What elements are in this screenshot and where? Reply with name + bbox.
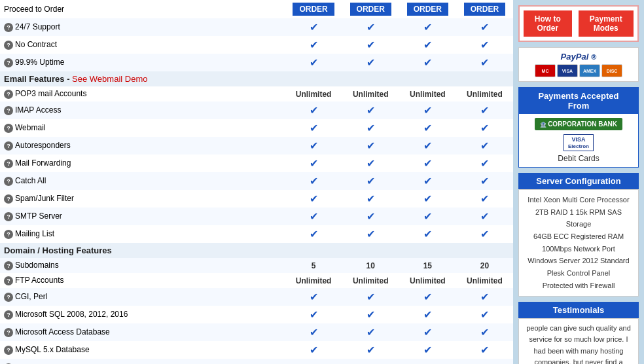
info-icon[interactable]: ?	[4, 194, 13, 204]
unlimited-value: Unlimited	[296, 276, 332, 285]
imap-row: ?IMAP Access ✔ ✔ ✔ ✔	[0, 101, 513, 119]
check-icon: ✔	[310, 22, 318, 33]
info-icon[interactable]: ?	[4, 328, 13, 337]
unlimited-value: Unlimited	[467, 276, 503, 285]
info-icon[interactable]: ?	[4, 346, 13, 355]
info-icon[interactable]: ?	[4, 177, 13, 186]
spec-5: Windows Server 2012 Standard	[523, 255, 634, 267]
support-label: 24/7 Support	[15, 22, 60, 31]
unlimited-value: Unlimited	[296, 90, 332, 99]
mysql-row: ?MySQL 5.x Database ✔ ✔ ✔ ✔	[0, 341, 513, 359]
order-row: Proceed to Order ORDER ORDER ORDER ORDER	[0, 0, 513, 18]
order-button-3[interactable]: ORDER	[407, 3, 448, 16]
sub-value-1: 5	[312, 261, 316, 270]
check-icon: ✔	[310, 344, 318, 355]
unlimited-value: Unlimited	[410, 276, 446, 285]
testimonials-text: people can give such quality and service…	[526, 324, 631, 365]
check-icon: ✔	[367, 140, 375, 151]
spec-2: 2TB RAID 1 15k RPM SAS Storage	[523, 206, 634, 230]
check-icon: ✔	[423, 291, 432, 302]
order-button-2[interactable]: ORDER	[350, 3, 391, 16]
check-icon: ✔	[480, 175, 489, 187]
info-icon[interactable]: ?	[4, 212, 13, 221]
info-icon[interactable]: ?	[4, 58, 13, 67]
spam-filter-row: ?Spam/Junk Filter ✔ ✔ ✔ ✔	[0, 190, 513, 208]
pop3-row: ?POP3 mail Accounts Unlimited Unlimited …	[0, 86, 513, 101]
info-icon[interactable]: ?	[4, 124, 13, 133]
webmail-label: Webmail	[15, 123, 45, 132]
paypal-label: PayPal	[561, 52, 589, 62]
dash-separator: -	[67, 74, 72, 84]
check-icon: ✔	[480, 344, 489, 355]
check-icon: ✔	[480, 105, 489, 116]
server-config-title: Server Configuration	[536, 176, 620, 186]
order-button-4[interactable]: ORDER	[464, 3, 505, 16]
unlimited-value: Unlimited	[410, 90, 446, 99]
cgi-perl-label: CGI, Perl	[15, 292, 47, 301]
mail-forwarding-label: Mail Forwarding	[15, 158, 71, 168]
check-icon: ✔	[367, 193, 375, 204]
pop3-label: POP3 mail Accounts	[15, 89, 86, 98]
check-icon: ✔	[310, 228, 318, 240]
check-icon: ✔	[367, 327, 375, 338]
ftp-label: FTP Accounts	[15, 276, 63, 285]
check-icon: ✔	[310, 140, 318, 151]
info-icon[interactable]: ?	[4, 310, 13, 319]
info-icon[interactable]: ?	[4, 159, 13, 168]
see-demo-link[interactable]: See Webmail Demo	[72, 74, 147, 84]
info-icon[interactable]: ?	[4, 230, 13, 239]
php-row: ?PHP 5 & 7 ✔ ✔ ✔ ✔	[0, 359, 513, 364]
check-icon: ✔	[480, 158, 489, 169]
check-icon: ✔	[367, 105, 375, 116]
domain-features-label: Domain / Hosting Features	[4, 246, 112, 255]
email-section-header: Email Features - See Webmail Demo	[0, 71, 513, 86]
check-icon: ✔	[423, 309, 432, 320]
mailing-list-row: ?Mailing List ✔ ✔ ✔ ✔	[0, 225, 513, 243]
payment-modes-button[interactable]: Payment Modes	[579, 10, 634, 37]
info-icon[interactable]: ?	[4, 276, 13, 285]
check-icon: ✔	[423, 175, 432, 187]
testimonials-header: Testimonials	[518, 302, 639, 318]
server-config-header: Server Configuration	[518, 173, 639, 189]
info-icon[interactable]: ?	[4, 261, 13, 270]
info-icon[interactable]: ?	[4, 106, 13, 115]
corporation-bank-logo: 🏦 CORPORATION BANK	[535, 118, 622, 130]
paypal-trademark: ®	[591, 53, 596, 61]
visa-electron-badge: VISA Electron	[564, 134, 594, 151]
payments-subtitle: From	[521, 101, 636, 111]
mail-forwarding-row: ?Mail Forwarding ✔ ✔ ✔ ✔	[0, 155, 513, 172]
info-icon[interactable]: ?	[4, 23, 13, 32]
check-icon: ✔	[423, 158, 432, 169]
msaccess-label: Microsoft Access Database	[15, 327, 110, 337]
how-to-order-button[interactable]: How to Order	[524, 10, 572, 37]
check-icon: ✔	[423, 22, 432, 33]
spam-filter-label: Spam/Junk Filter	[15, 194, 74, 203]
info-icon[interactable]: ?	[4, 41, 13, 50]
visa-electron-label: VISA	[571, 136, 585, 143]
check-icon: ✔	[423, 140, 432, 151]
server-config-content: Intel Xeon Multi Core Processor 2TB RAID…	[518, 189, 639, 297]
visa-icon: VISA	[557, 64, 578, 77]
info-icon[interactable]: ?	[4, 293, 13, 302]
catch-all-label: Catch All	[15, 176, 46, 185]
payments-accepted-header: Payments Accepted From	[518, 87, 639, 113]
check-icon: ✔	[423, 327, 432, 338]
spec-7: Protected with Firewall	[523, 280, 634, 292]
info-icon[interactable]: ?	[4, 141, 13, 151]
order-button-1[interactable]: ORDER	[293, 3, 334, 16]
ftp-row: ?FTP Accounts Unlimited Unlimited Unlimi…	[0, 273, 513, 288]
subdomains-row: ?Subdomains 5 10 15 20	[0, 258, 513, 273]
msaccess-row: ?Microsoft Access Database ✔ ✔ ✔ ✔	[0, 323, 513, 341]
action-buttons-row: How to Order Payment Modes	[518, 5, 639, 42]
webmail-row: ?Webmail ✔ ✔ ✔ ✔	[0, 119, 513, 137]
sub-value-3: 15	[423, 261, 432, 270]
paypal-box: PayPal ® MC VISA AMEX DISC	[518, 47, 639, 82]
check-icon: ✔	[367, 57, 375, 68]
mysql-label: MySQL 5.x Database	[15, 345, 90, 354]
check-icon: ✔	[310, 193, 318, 204]
check-icon: ✔	[367, 344, 375, 355]
imap-label: IMAP Access	[15, 105, 61, 115]
info-icon[interactable]: ?	[4, 90, 13, 99]
testimonials-title: Testimonials	[553, 305, 605, 315]
corporation-bank-box: 🏦 CORPORATION BANK VISA Electron Debit C…	[518, 113, 639, 168]
